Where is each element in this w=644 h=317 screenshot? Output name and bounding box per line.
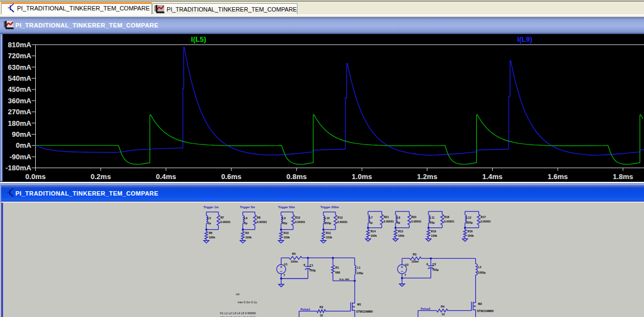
svg-text:0.00001: 0.00001 (221, 220, 231, 224)
svg-text:-90mA: -90mA (9, 153, 31, 161)
svg-text:Trigger 50m: Trigger 50m (278, 205, 295, 209)
svg-text:630mA: 630mA (8, 63, 31, 71)
svg-text:1.2ms: 1.2ms (417, 173, 437, 181)
svg-text:7: 7 (284, 274, 285, 277)
svg-text:5µ: 5µ (397, 221, 400, 224)
svg-text:R11: R11 (326, 231, 331, 235)
svg-text:0.00001: 0.00001 (295, 220, 306, 224)
svg-text:V1: V1 (284, 263, 288, 266)
svg-text:R20: R20 (411, 215, 417, 219)
svg-text:0.00001: 0.00001 (444, 220, 455, 223)
svg-text:720mA: 720mA (8, 52, 31, 60)
svg-text:5µ: 5µ (244, 221, 247, 225)
svg-text:Trigger 1m: Trigger 1m (203, 205, 219, 209)
svg-text:Trigger 200m: Trigger 200m (321, 205, 339, 209)
svg-text:0mA: 0mA (16, 141, 32, 149)
svg-text:1000µ: 1000µ (478, 271, 486, 274)
svg-text:50µ: 50µ (283, 221, 288, 225)
svg-text:1µ: 1µ (370, 221, 373, 224)
svg-text:100k: 100k (326, 236, 332, 239)
svg-text:Pulse2: Pulse2 (421, 307, 430, 310)
svg-text:R3: R3 (413, 253, 417, 256)
svg-text:810mA: 810mA (8, 41, 31, 49)
svg-text:R7: R7 (221, 216, 224, 219)
svg-text:0.2ms: 0.2ms (91, 173, 111, 181)
svg-text:0.00001: 0.00001 (411, 220, 422, 223)
svg-text:100k: 100k (467, 234, 474, 237)
svg-text:R15: R15 (398, 230, 404, 233)
svg-text:L2: L2 (478, 265, 481, 269)
svg-text:R21: R21 (384, 215, 389, 219)
svg-text:100µ: 100µ (357, 271, 363, 275)
svg-text:L1: L1 (357, 266, 360, 269)
svg-text:200µ: 200µ (325, 221, 331, 225)
svg-text:0.6ms: 0.6ms (221, 173, 241, 181)
svg-text:R16: R16 (467, 230, 473, 233)
svg-text:0.8ms: 0.8ms (287, 173, 307, 181)
svg-text:C2: C2 (432, 263, 436, 266)
svg-text:100k: 100k (371, 234, 377, 237)
svg-text:1.4ms: 1.4ms (482, 173, 503, 181)
svg-text:M1: M1 (357, 303, 361, 306)
svg-text:360mA: 360mA (8, 97, 31, 105)
svg-text:L8: L8 (397, 216, 400, 219)
svg-text:10: 10 (320, 314, 323, 317)
svg-text:I(L5): I(L5) (191, 35, 206, 43)
svg-text:R1: R1 (335, 266, 339, 269)
svg-text:100k: 100k (431, 234, 437, 237)
svg-text:100k: 100k (245, 236, 251, 239)
svg-text:STW11NM80: STW11NM80 (477, 309, 493, 313)
svg-text:700µ: 700µ (310, 269, 316, 272)
svg-text:R10: R10 (284, 231, 289, 235)
svg-text:7: 7 (405, 274, 406, 277)
svg-text:Trigger 5m: Trigger 5m (240, 205, 255, 209)
svg-text:R17: R17 (481, 215, 486, 219)
svg-text:L11: L11 (430, 216, 435, 219)
svg-text:L6: L6 (244, 216, 247, 220)
svg-text:L9: L9 (283, 216, 286, 220)
svg-text:0.00001: 0.00001 (338, 220, 348, 224)
svg-text:R2: R2 (245, 231, 249, 235)
svg-text:-180mA: -180mA (5, 164, 32, 172)
svg-text:100m: 100m (411, 260, 419, 263)
svg-text:100m: 100m (291, 260, 298, 263)
svg-text:10: 10 (442, 313, 445, 316)
svg-text:R18: R18 (444, 215, 450, 219)
svg-text:0.0ms: 0.0ms (25, 173, 46, 181)
svg-text:L7: L7 (370, 216, 373, 219)
svg-text:100k: 100k (284, 236, 290, 239)
svg-text:0.00001: 0.00001 (481, 220, 491, 223)
svg-text:.tran 0 2m 0 1u: .tran 0 2m 0 1u (237, 301, 257, 304)
svg-text:540mA: 540mA (8, 74, 31, 82)
svg-text:R13: R13 (338, 216, 343, 219)
svg-text:270mA: 270mA (8, 108, 31, 116)
svg-text:R4: R4 (441, 305, 445, 308)
svg-text:700µ: 700µ (432, 268, 438, 271)
svg-text:V2: V2 (405, 263, 409, 266)
svg-text:0.00001: 0.00001 (257, 220, 267, 224)
svg-text:666: 666 (335, 271, 340, 274)
svg-text:1.0ms: 1.0ms (352, 173, 372, 181)
svg-text:R2: R2 (320, 305, 323, 309)
svg-text:R14: R14 (371, 230, 376, 233)
svg-text:100k: 100k (398, 234, 404, 237)
svg-text:M2: M2 (478, 302, 482, 305)
svg-text:L12: L12 (466, 216, 471, 219)
svg-text:R19: R19 (431, 230, 437, 233)
svg-text:90mA: 90mA (12, 130, 32, 138)
svg-text:R8: R8 (257, 216, 261, 219)
svg-text:Pulse1: Pulse1 (301, 308, 310, 311)
svg-text:R5: R5 (292, 252, 296, 255)
svg-text:K1 L1 L2 L3 L4 L5 0.66666: K1 L1 L2 L3 L4 L5 0.66666 (220, 312, 256, 315)
svg-text:0.4ms: 0.4ms (156, 173, 176, 181)
svg-text:L10: L10 (325, 216, 330, 220)
svg-text:1µ: 1µ (208, 221, 211, 225)
svg-text:200µ: 200µ (466, 221, 472, 224)
svg-text:1.8ms: 1.8ms (613, 173, 633, 181)
svg-text:R12: R12 (295, 216, 301, 219)
svg-text:1.6ms: 1.6ms (548, 173, 568, 181)
svg-text:450mA: 450mA (8, 85, 31, 93)
svg-text:n.o. rev: n.o. rev (339, 277, 349, 281)
svg-text:50µ: 50µ (430, 221, 435, 224)
svg-text:I(L9): I(L9) (517, 35, 532, 43)
